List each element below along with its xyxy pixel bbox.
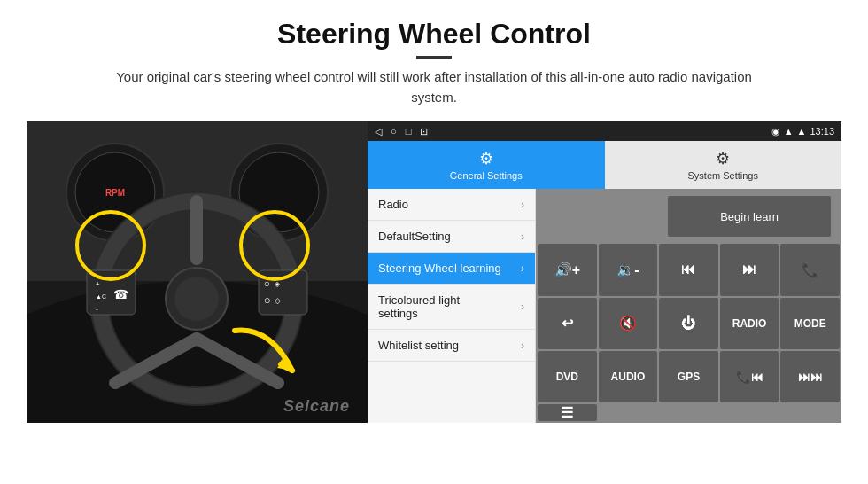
watermark: Seicane	[283, 397, 350, 416]
radio-empty-area	[538, 191, 657, 242]
svg-text:+: +	[96, 280, 100, 288]
page-title: Steering Wheel Control	[27, 18, 841, 51]
home-icon[interactable]: ○	[391, 126, 397, 137]
next-track-button[interactable]: ⏭	[720, 244, 779, 295]
empty-4	[780, 404, 840, 421]
chevron-icon: ›	[521, 301, 524, 313]
audio-button[interactable]: AUDIO	[599, 351, 658, 402]
radio-button[interactable]: RADIO	[720, 298, 779, 349]
location-icon: ◉	[771, 126, 780, 137]
empty-2	[659, 404, 718, 421]
gear-icon-general: ⚙	[479, 149, 493, 168]
signal-icon: ▲	[797, 126, 807, 137]
svg-text:RPM: RPM	[105, 188, 125, 198]
menu-radio-label: Radio	[378, 198, 408, 211]
list-button[interactable]: ☰	[538, 404, 597, 421]
svg-text:◇: ◇	[275, 296, 281, 305]
empty-3	[720, 404, 779, 421]
gps-button[interactable]: GPS	[659, 351, 718, 402]
svg-text:▲C: ▲C	[96, 293, 106, 300]
menu-icon[interactable]: ⊡	[420, 126, 428, 137]
svg-text:⊙: ⊙	[264, 296, 271, 305]
skip-button[interactable]: ⏭⏭	[780, 351, 840, 402]
chevron-icon: ›	[521, 199, 524, 211]
arrow-overlay	[226, 322, 306, 387]
highlight-circle-left	[75, 210, 146, 281]
clock: 13:13	[810, 126, 834, 137]
menu-tricoloured-label: Tricoloured lightsettings	[378, 293, 460, 320]
status-bar-left: ◁ ○ □ ⊡	[375, 126, 428, 137]
menu-item-tricoloured[interactable]: Tricoloured lightsettings ›	[368, 285, 535, 330]
menu-default-label: DefaultSetting	[378, 230, 451, 243]
status-bar: ◁ ○ □ ⊡ ◉ ▲ ▲ 13:13	[368, 121, 841, 141]
empty-1	[599, 404, 658, 421]
begin-learn-area: Begin learn	[659, 191, 840, 242]
nav-tabs: ⚙ General Settings ⚙ System Settings	[368, 141, 841, 189]
menu-item-default[interactable]: DefaultSetting ›	[368, 221, 535, 253]
phone-button[interactable]: 📞	[780, 244, 840, 295]
main-body: Radio › DefaultSetting › Steering Wheel …	[368, 189, 841, 423]
title-divider	[416, 56, 452, 59]
tab-system[interactable]: ⚙ System Settings	[605, 141, 842, 189]
menu-whitelist-label: Whitelist setting	[378, 339, 459, 352]
hangup-button[interactable]: ↩	[538, 298, 597, 349]
chevron-icon: ›	[521, 230, 524, 243]
content-area: RPM + ▲C - ☎ ⊙ ◈ ⊙	[27, 121, 841, 423]
svg-text:-: -	[96, 305, 98, 313]
mode-button[interactable]: MODE	[780, 298, 840, 349]
tab-system-label: System Settings	[688, 170, 758, 181]
begin-learn-button[interactable]: Begin learn	[668, 196, 830, 238]
svg-point-14	[174, 277, 219, 321]
gear-icon-system: ⚙	[716, 149, 730, 168]
right-panel: Begin learn 🔊+ 🔉- ⏮ ⏭ 📞 ↩ 🔇 ⏻ RADIO MODE	[536, 189, 841, 423]
status-bar-right: ◉ ▲ ▲ 13:13	[771, 126, 834, 137]
dvd-button[interactable]: DVD	[538, 351, 597, 402]
chevron-icon: ›	[521, 262, 524, 275]
mute-button[interactable]: 🔇	[599, 298, 658, 349]
tab-general[interactable]: ⚙ General Settings	[368, 141, 605, 189]
left-menu: Radio › DefaultSetting › Steering Wheel …	[368, 189, 536, 423]
menu-item-whitelist[interactable]: Whitelist setting ›	[368, 330, 535, 362]
vol-up-button[interactable]: 🔊+	[538, 244, 597, 295]
wifi-icon: ▲	[784, 126, 794, 137]
android-ui: ◁ ○ □ ⊡ ◉ ▲ ▲ 13:13 ⚙ General Settings	[368, 121, 841, 423]
svg-text:⊙: ⊙	[264, 280, 270, 288]
power-button[interactable]: ⏻	[659, 298, 718, 349]
menu-steering-label: Steering Wheel learning	[378, 262, 501, 275]
tab-general-label: General Settings	[450, 170, 523, 181]
recents-icon[interactable]: □	[406, 126, 412, 137]
svg-text:☎: ☎	[113, 287, 128, 301]
photo-side: RPM + ▲C - ☎ ⊙ ◈ ⊙	[27, 121, 368, 423]
prev-track-button[interactable]: ⏮	[659, 244, 718, 295]
highlight-circle-right	[239, 210, 310, 281]
menu-item-steering[interactable]: Steering Wheel learning ›	[368, 253, 535, 285]
back-icon[interactable]: ◁	[375, 126, 382, 137]
title-section: Steering Wheel Control Your original car…	[27, 18, 841, 107]
vol-down-button[interactable]: 🔉-	[599, 244, 658, 295]
page-wrapper: Steering Wheel Control Your original car…	[0, 0, 868, 432]
svg-text:◈: ◈	[275, 280, 281, 288]
phone-prev-button[interactable]: 📞⏮	[720, 351, 779, 402]
menu-item-radio[interactable]: Radio ›	[368, 189, 535, 221]
subtitle: Your original car's steering wheel contr…	[115, 67, 753, 107]
chevron-icon: ›	[521, 340, 524, 352]
